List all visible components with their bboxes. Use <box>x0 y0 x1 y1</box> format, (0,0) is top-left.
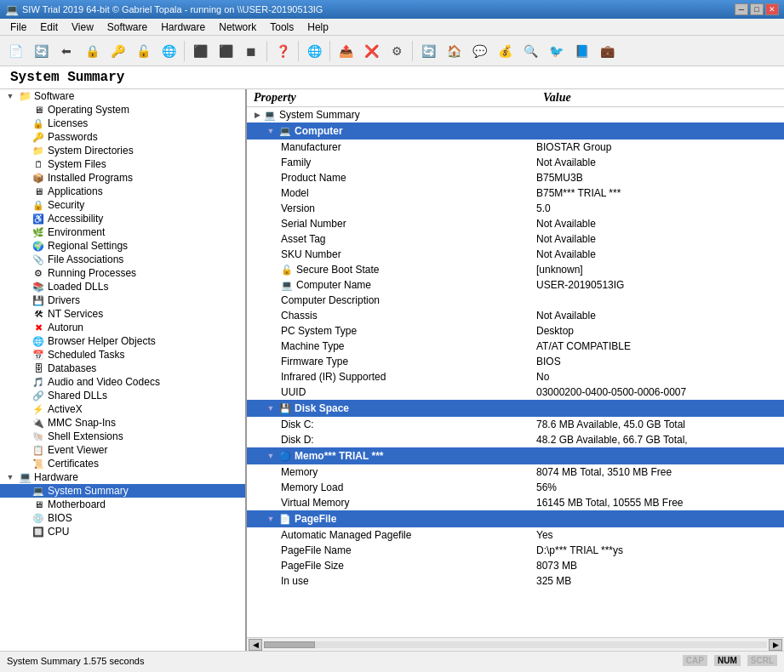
tree-item-codecs[interactable]: 🎵 Audio and Video Codecs <box>0 375 245 389</box>
tree-item-sched[interactable]: 📅 Scheduled Tasks <box>0 348 245 362</box>
toolbar-btn-12[interactable]: 🌐 <box>302 39 326 63</box>
toolbar-btn-2[interactable]: 🔄 <box>29 39 53 63</box>
close-button[interactable]: ✕ <box>765 3 779 15</box>
tree-item-bios[interactable]: 💿 BIOS <box>0 511 245 525</box>
col-property-header: Property <box>254 91 543 105</box>
toolbar-btn-21[interactable]: 🐦 <box>544 39 568 63</box>
tree-item-apps[interactable]: 🖥 Applications <box>0 185 245 198</box>
hscroll-left-btn[interactable]: ◀ <box>249 639 262 651</box>
menu-view[interactable]: View <box>65 20 100 35</box>
detail-row-model: Model B75M*** TRIAL *** <box>247 185 784 201</box>
tree-bho-label: Browser Helper Objects <box>48 335 156 347</box>
tree-item-shareddll[interactable]: 🔗 Shared DLLs <box>0 389 245 402</box>
tree-item-cpu[interactable]: 🔲 CPU <box>0 525 245 538</box>
toolbar-btn-10[interactable]: ◼ <box>239 39 263 63</box>
toolbar-btn-3[interactable]: ⬅ <box>54 39 78 63</box>
menu-tools[interactable]: Tools <box>263 20 300 35</box>
tree-item-db[interactable]: 🗄 Databases <box>0 362 245 375</box>
toolbar-btn-7[interactable]: 🌐 <box>157 39 180 63</box>
detail-section-pagefile: ▼ 📄 PageFile <box>247 510 784 527</box>
tree-item-access[interactable]: ♿ Accessibility <box>0 212 245 225</box>
computer-expand-icon[interactable]: ▼ <box>264 127 278 135</box>
detail-hscroll[interactable]: ◀ ▶ <box>247 637 784 651</box>
toolbar-btn-20[interactable]: 🔍 <box>518 39 542 63</box>
pf-expand-icon[interactable]: ▼ <box>264 515 278 523</box>
menu-help[interactable]: Help <box>300 20 335 35</box>
tree-item-sysdirs[interactable]: 📁 System Directories <box>0 144 245 157</box>
prop-manufacturer: Manufacturer <box>247 140 536 154</box>
tree-panel[interactable]: ▼ 📁 Software 🖥 Operating System 🔒 Licens… <box>0 89 247 651</box>
mem-expand-icon[interactable]: ▼ <box>264 452 278 460</box>
tree-software-expand[interactable]: ▼ <box>3 92 17 100</box>
toolbar-btn-17[interactable]: 🏠 <box>442 39 466 63</box>
detail-row-family: Family Not Available <box>247 155 784 170</box>
tree-sec-icon: 🔒 <box>31 200 46 211</box>
tree-item-syssum[interactable]: 💻 System Summary <box>0 484 245 498</box>
hscroll-thumb[interactable] <box>264 641 315 648</box>
val-model: B75M*** TRIAL *** <box>536 187 784 199</box>
tree-item-security[interactable]: 🔒 Security <box>0 198 245 212</box>
menu-file[interactable]: File <box>3 20 33 35</box>
toolbar-btn-14[interactable]: ❌ <box>359 39 383 63</box>
tree-item-regional[interactable]: 🌍 Regional Settings <box>0 239 245 253</box>
toolbar-btn-22[interactable]: 📘 <box>569 39 593 63</box>
tree-item-shellext[interactable]: 🐚 Shell Extensions <box>0 430 245 443</box>
minimize-button[interactable]: ─ <box>735 3 748 15</box>
toolbar-btn-15[interactable]: ⚙ <box>385 39 409 63</box>
toolbar-btn-23[interactable]: 💼 <box>595 39 619 63</box>
tree-item-sysfiles[interactable]: 🗒 System Files <box>0 157 245 171</box>
tree-item-bho[interactable]: 🌐 Browser Helper Objects <box>0 334 245 348</box>
detail-scroll[interactable]: ▶ 💻 System Summary ▼ 💻 Computer Manufact… <box>247 107 784 637</box>
prop-diskd: Disk D: <box>247 433 536 447</box>
tree-item-autorun[interactable]: ✖ Autorun <box>0 321 245 334</box>
tree-item-certs[interactable]: 📜 Certificates <box>0 457 245 470</box>
tree-item-passwords[interactable]: 🔑 Passwords <box>0 130 245 144</box>
tree-item-installed[interactable]: 📦 Installed Programs <box>0 171 245 185</box>
tree-se-label: Shell Extensions <box>48 430 123 442</box>
toolbar-btn-5[interactable]: 🔑 <box>106 39 129 63</box>
disk-expand-icon[interactable]: ▼ <box>264 404 278 413</box>
toolbar-btn-16[interactable]: 🔄 <box>416 39 440 63</box>
tree-item-mobo[interactable]: 🖥 Motherboard <box>0 498 245 511</box>
tree-ar-icon: ✖ <box>31 322 46 333</box>
toolbar-btn-9[interactable]: ⬛ <box>214 39 237 63</box>
toolbar-btn-13[interactable]: 📤 <box>334 39 358 63</box>
detail-row-compname: 💻 Computer Name USER-20190513IG <box>247 277 784 293</box>
toolbar-btn-19[interactable]: 💰 <box>493 39 517 63</box>
tree-item-os[interactable]: 🖥 Operating System <box>0 103 245 117</box>
hscroll-right-btn[interactable]: ▶ <box>769 639 782 651</box>
toolbar-btn-11[interactable]: ❓ <box>271 39 295 63</box>
tree-item-activex[interactable]: ⚡ ActiveX <box>0 402 245 416</box>
root-expand-icon[interactable]: ▶ <box>250 111 264 119</box>
menu-software[interactable]: Software <box>100 20 154 35</box>
tree-st-label: Scheduled Tasks <box>48 349 125 361</box>
tree-item-loaddlls[interactable]: 📚 Loaded DLLs <box>0 280 245 293</box>
menu-hardware[interactable]: Hardware <box>154 20 212 35</box>
tree-item-eventviewer[interactable]: 📋 Event Viewer <box>0 443 245 457</box>
tree-hardware-root[interactable]: ▼ 💻 Hardware <box>0 470 245 484</box>
tree-item-licenses[interactable]: 🔒 Licenses <box>0 117 245 130</box>
toolbar-btn-18[interactable]: 💬 <box>467 39 491 63</box>
scrl-indicator: SCRL <box>747 655 777 666</box>
toolbar-btn-6[interactable]: 🔓 <box>131 39 155 63</box>
tree-item-env[interactable]: 🌿 Environment <box>0 225 245 239</box>
tree-sf-label: System Files <box>48 158 106 170</box>
val-virtmem: 16145 MB Total, 10555 MB Free <box>536 497 784 509</box>
menu-edit[interactable]: Edit <box>33 20 65 35</box>
menu-network[interactable]: Network <box>212 20 263 35</box>
tree-hw-expand[interactable]: ▼ <box>3 473 17 481</box>
tree-item-ntsvc[interactable]: 🛠 NT Services <box>0 307 245 321</box>
toolbar-btn-1[interactable]: 📄 <box>3 39 27 63</box>
tree-item-mmc[interactable]: 🔌 MMC Snap-Ins <box>0 416 245 430</box>
maximize-button[interactable]: □ <box>750 3 764 15</box>
detail-row-pfsize: PageFile Size 8073 MB <box>247 558 784 573</box>
toolbar-btn-8[interactable]: ⬛ <box>188 39 212 63</box>
tree-software-root[interactable]: ▼ 📁 Software <box>0 89 245 103</box>
tree-lic-label: Licenses <box>48 117 88 129</box>
tree-item-drivers[interactable]: 💾 Drivers <box>0 293 245 307</box>
tree-item-fileassoc[interactable]: 📎 File Associations <box>0 253 245 266</box>
val-diskd: 48.2 GB Available, 66.7 GB Total, <box>536 434 784 446</box>
tree-item-runproc[interactable]: ⚙ Running Processes <box>0 266 245 280</box>
toolbar-btn-4[interactable]: 🔒 <box>80 39 104 63</box>
detail-row-autopf: Automatic Managed Pagefile Yes <box>247 527 784 543</box>
